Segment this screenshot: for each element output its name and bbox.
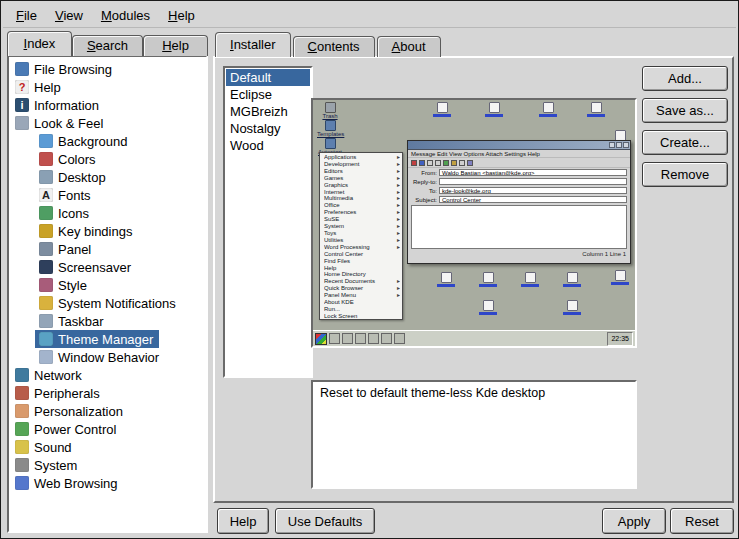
look-and-feel-icon [15, 116, 29, 130]
fonts-icon: A [39, 188, 53, 202]
tab[interactable]: About [377, 36, 441, 57]
installer-panel: Default Eclipse MGBreizh Nostalgy Wood T… [213, 56, 734, 503]
k-menu-item: Development [324, 161, 400, 168]
desktop-icon [517, 272, 543, 287]
tree-item[interactable]: A Fonts [35, 186, 97, 204]
k-menu-item: Games [324, 175, 400, 182]
k-menu-item: Recent Documents [324, 278, 400, 285]
menubar: File View Modules Help [3, 3, 736, 28]
mail-field: Subject: Control Center [408, 195, 630, 204]
menu-item[interactable]: Help [159, 5, 204, 26]
desktop-icon [481, 102, 507, 117]
tree-item[interactable]: Personalization [11, 402, 129, 420]
tab[interactable]: Installer [215, 32, 291, 57]
tree-item[interactable]: Sound [11, 438, 78, 456]
theme-list-item[interactable]: Wood [226, 137, 310, 154]
window-behavior-icon [39, 350, 53, 364]
tree-item[interactable]: ? Help [11, 78, 67, 96]
power-control-icon [15, 422, 29, 436]
reset-button[interactable]: Reset [670, 508, 734, 534]
desktop-icon [475, 300, 501, 315]
tree-item[interactable]: File Browsing [11, 60, 118, 78]
tree-item[interactable]: System Notifications [35, 294, 182, 312]
trash-icon: Trash [317, 102, 343, 120]
tree-item[interactable]: Style [35, 276, 93, 294]
add-button[interactable]: Add... [642, 66, 728, 91]
tree-item[interactable]: Network [11, 366, 88, 384]
apply-button[interactable]: Apply [602, 508, 666, 534]
screensaver-icon [39, 260, 53, 274]
module-tree: File Browsing ? Help i Information Look … [7, 55, 208, 533]
control-center-window: File View Modules Help Index Search Help… [0, 0, 739, 539]
k-menu-item: Applications [324, 154, 400, 161]
tree-item[interactable]: Screensaver [35, 258, 137, 276]
tab[interactable]: Search [72, 35, 143, 56]
theme-list-item[interactable]: Default [226, 69, 310, 86]
tree-item[interactable]: Look & Feel [11, 114, 109, 132]
mail-field: To: kde-look@kde.org [408, 186, 630, 195]
desktop-icon [429, 102, 455, 117]
theme-list-item[interactable]: MGBreizh [226, 103, 310, 120]
system-notifications-icon [39, 296, 53, 310]
k-menu-item: Preferences [324, 209, 400, 216]
theme-description-text: Reset to default theme-less Kde desktop [320, 386, 545, 400]
use-defaults-button[interactable]: Use Defaults [275, 508, 375, 534]
k-menu-item: Utilities [324, 237, 400, 244]
theme-preview-image: Trash Templates Autostart [311, 98, 637, 348]
tree-item[interactable]: Taskbar [35, 312, 110, 330]
mail-title-bar [408, 141, 630, 150]
desktop-icon [583, 102, 609, 117]
tree-item[interactable]: Peripherals [11, 384, 106, 402]
theme-list-item[interactable]: Nostalgy [226, 120, 310, 137]
tree-item[interactable]: Background [35, 132, 133, 150]
tree-item[interactable]: Window Behavior [35, 348, 165, 366]
theme-list-item[interactable]: Eclipse [226, 86, 310, 103]
tab[interactable]: Index [7, 31, 72, 56]
k-menu-item: Run... [324, 306, 400, 313]
tree-item[interactable]: Power Control [11, 420, 122, 438]
mail-menubar: Message Edit View Options Attach Setting… [408, 150, 630, 158]
tab[interactable]: Contents [293, 36, 375, 57]
save-as-button[interactable]: Save as... [642, 98, 728, 123]
tree-item[interactable]: Panel [35, 240, 97, 258]
taskbar-icon [39, 314, 53, 328]
desktop-icon [559, 272, 585, 287]
mail-toolbar [408, 158, 630, 168]
mail-field: Reply-to: [408, 177, 630, 186]
tree-item[interactable]: Key bindings [35, 222, 138, 240]
tab[interactable]: Help [143, 35, 208, 56]
create-button[interactable]: Create... [642, 130, 728, 155]
menu-item[interactable]: File [7, 5, 46, 26]
tree-item[interactable]: i Information [11, 96, 105, 114]
theme-description: Reset to default theme-less Kde desktop [311, 380, 637, 489]
network-icon [15, 368, 29, 382]
tree-item[interactable]: Desktop [35, 168, 112, 186]
desktop-icon [475, 272, 501, 287]
tree-item[interactable]: Web Browsing [11, 474, 124, 492]
mail-field: From: Waldo Bastian <bastian@kde.org> [408, 168, 630, 177]
k-menu-item: Office [324, 202, 400, 209]
colors-icon [39, 152, 53, 166]
tree-item[interactable]: Colors [35, 150, 102, 168]
k-menu: Applications Development Editors Games G… [319, 152, 403, 320]
templates-folder-icon: Templates [317, 120, 343, 138]
k-menu-item: Control Center [324, 251, 400, 258]
tree-item[interactable]: System [11, 456, 83, 474]
k-menu-item: Help [324, 265, 400, 272]
preview-clock: 22:35 [607, 332, 633, 346]
information-icon: i [15, 98, 29, 112]
help-button[interactable]: Help [217, 508, 269, 534]
peripherals-icon [15, 386, 29, 400]
left-tab-bar: Index Search Help [7, 31, 208, 56]
tree-item[interactable]: Theme Manager [35, 330, 159, 348]
sound-icon [15, 440, 29, 454]
desktop-icon [559, 300, 585, 315]
remove-button[interactable]: Remove [642, 162, 728, 187]
k-menu-item: Panel Menu [324, 292, 400, 299]
menu-item[interactable]: Modules [92, 5, 159, 26]
menu-item[interactable]: View [46, 5, 92, 26]
preview-taskbar: 22:35 [313, 330, 635, 346]
tree-item[interactable]: Icons [35, 204, 95, 222]
desktop-icon [535, 102, 561, 117]
k-menu-item: Toys [324, 230, 400, 237]
